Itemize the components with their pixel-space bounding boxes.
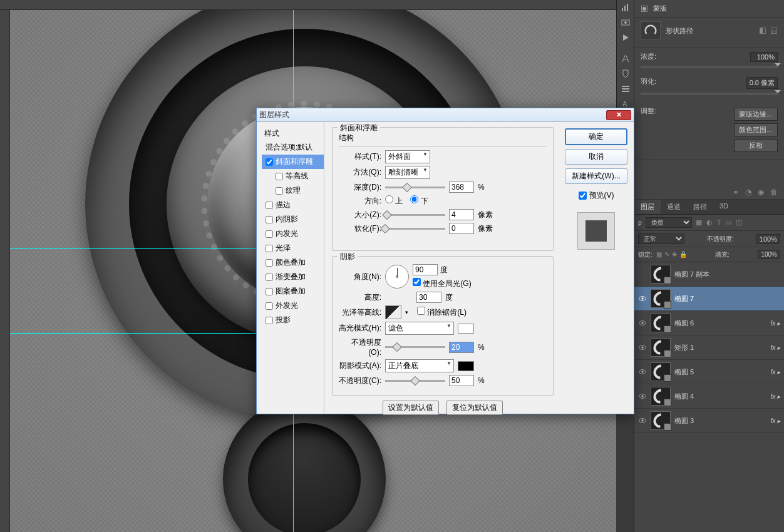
- reset-default-button[interactable]: 复位为默认值: [446, 401, 503, 415]
- style-item-5[interactable]: 内发光: [262, 227, 324, 241]
- shadow-opacity-slider[interactable]: [385, 380, 445, 382]
- soften-input[interactable]: [449, 223, 474, 234]
- fx-badge[interactable]: fx ▸: [770, 417, 780, 424]
- trash-icon[interactable]: 🗑: [770, 188, 778, 197]
- size-input[interactable]: [449, 209, 474, 220]
- style-item-6[interactable]: 光泽: [262, 241, 324, 255]
- depth-input[interactable]: [449, 182, 474, 193]
- filter-pixel-icon[interactable]: ▦: [696, 218, 702, 227]
- eye-icon[interactable]: ◉: [758, 188, 764, 197]
- brush-presets-icon[interactable]: [617, 66, 634, 81]
- link-icon[interactable]: ⚭: [733, 188, 739, 197]
- layer-name[interactable]: 椭圆 7 副本: [674, 270, 709, 279]
- soften-slider[interactable]: [385, 228, 445, 230]
- feather-value[interactable]: 0.0 像素: [746, 77, 778, 89]
- style-checkbox[interactable]: [266, 230, 273, 238]
- fx-badge[interactable]: fx ▸: [770, 393, 780, 400]
- layer-thumbnail[interactable]: [651, 411, 671, 430]
- pixel-mask-icon[interactable]: [759, 27, 766, 34]
- ok-button[interactable]: 确定: [565, 128, 627, 145]
- style-checkbox[interactable]: [266, 317, 273, 324]
- style-checkbox[interactable]: [276, 187, 283, 195]
- global-light-checkbox[interactable]: 使用全局光(G): [413, 278, 472, 289]
- layer-row[interactable]: 椭圆 7: [634, 287, 784, 311]
- style-item-7[interactable]: 颜色叠加: [262, 255, 324, 270]
- brushes-icon[interactable]: [617, 51, 634, 66]
- layer-row[interactable]: 椭圆 6fx ▸: [634, 311, 784, 335]
- visibility-icon[interactable]: [638, 270, 647, 279]
- fx-badge[interactable]: fx ▸: [770, 320, 780, 327]
- ruler-horizontal[interactable]: [0, 0, 616, 10]
- style-item-11[interactable]: 投影: [262, 313, 324, 327]
- layer-thumbnail[interactable]: [651, 387, 671, 406]
- filter-adjust-icon[interactable]: ◐: [706, 218, 713, 227]
- shadow-opacity-input[interactable]: [449, 375, 474, 386]
- antialias-checkbox[interactable]: 消除锯齿(L): [417, 307, 467, 318]
- shadow-color-swatch[interactable]: [458, 361, 474, 371]
- invert-button[interactable]: 反相: [734, 139, 778, 152]
- angle-input[interactable]: [413, 264, 438, 275]
- style-item-3[interactable]: 描边: [262, 198, 324, 212]
- altitude-input[interactable]: [416, 292, 441, 303]
- gloss-contour-swatch[interactable]: [385, 305, 401, 319]
- angle-dial[interactable]: [385, 265, 409, 289]
- style-item-4[interactable]: 内阴影: [262, 212, 324, 227]
- layer-row[interactable]: 椭圆 4fx ▸: [634, 384, 784, 409]
- histogram-icon[interactable]: [617, 0, 634, 15]
- filter-select[interactable]: 类型: [646, 217, 692, 228]
- density-slider[interactable]: [641, 66, 778, 68]
- style-item-8[interactable]: 渐变叠加: [262, 270, 324, 284]
- layer-thumbnail[interactable]: [651, 338, 671, 357]
- feather-slider[interactable]: [641, 93, 778, 95]
- style-item-9[interactable]: 图案叠加: [262, 284, 324, 299]
- filter-type-icon[interactable]: T: [717, 218, 721, 227]
- vector-mask-icon[interactable]: [770, 27, 778, 34]
- style-checkbox[interactable]: [266, 216, 273, 223]
- layer-name[interactable]: 椭圆 4: [674, 392, 694, 401]
- lock-transparency-icon[interactable]: ▦: [656, 251, 662, 258]
- layer-row[interactable]: 椭圆 3fx ▸: [634, 409, 784, 433]
- tab-3d[interactable]: 3D: [713, 200, 735, 214]
- set-default-button[interactable]: 设置为默认值: [383, 401, 439, 415]
- technique-select[interactable]: 雕刻清晰: [385, 166, 430, 179]
- visibility-icon[interactable]: [638, 367, 647, 376]
- direction-up-radio[interactable]: 上: [385, 195, 403, 207]
- layer-row[interactable]: 矩形 1fx ▸: [634, 335, 784, 360]
- lock-brush-icon[interactable]: ✎: [664, 251, 669, 258]
- close-button[interactable]: ✕: [606, 110, 631, 120]
- highlight-opacity-input[interactable]: [449, 342, 474, 353]
- layer-name[interactable]: 椭圆 7: [674, 294, 694, 304]
- layer-thumbnail[interactable]: [651, 314, 671, 332]
- layer-thumbnail[interactable]: [651, 362, 671, 381]
- style-item-10[interactable]: 外发光: [262, 299, 324, 313]
- tab-layers[interactable]: 图层: [634, 200, 661, 214]
- layer-name[interactable]: 椭圆 5: [674, 367, 694, 377]
- tab-channels[interactable]: 通道: [661, 200, 687, 214]
- style-checkbox[interactable]: [266, 245, 273, 252]
- style-checkbox[interactable]: [266, 202, 273, 209]
- lock-position-icon[interactable]: ✥: [672, 251, 677, 258]
- layers-list[interactable]: 椭圆 7 副本椭圆 7椭圆 6fx ▸矩形 1fx ▸椭圆 5fx ▸椭圆 4f…: [634, 262, 784, 433]
- visibility-icon[interactable]: [638, 392, 647, 401]
- visibility-icon[interactable]: [638, 319, 647, 327]
- tab-paths[interactable]: 路径: [687, 200, 713, 214]
- visibility-icon[interactable]: [638, 294, 647, 303]
- direction-down-radio[interactable]: 下: [410, 195, 428, 207]
- style-select[interactable]: 外斜面: [385, 150, 430, 163]
- layer-thumbnail[interactable]: [651, 265, 671, 284]
- blend-mode-select[interactable]: 正常: [638, 233, 684, 244]
- density-value[interactable]: 100%: [750, 52, 778, 62]
- style-item-2[interactable]: 纹理: [262, 183, 324, 198]
- fx-badge[interactable]: fx ▸: [770, 369, 780, 376]
- fx-badge[interactable]: fx ▸: [770, 344, 780, 351]
- styles-header[interactable]: 样式: [262, 127, 324, 140]
- fill-value[interactable]: 100%: [758, 250, 780, 259]
- blending-options-item[interactable]: 混合选项:默认: [262, 140, 324, 155]
- color-range-button[interactable]: 颜色范围...: [734, 123, 778, 136]
- opacity-value[interactable]: 100%: [756, 234, 780, 244]
- layer-row[interactable]: 椭圆 5fx ▸: [634, 360, 784, 384]
- layer-row[interactable]: 椭圆 7 副本: [634, 262, 784, 287]
- highlight-opacity-slider[interactable]: [385, 346, 445, 348]
- navigator-icon[interactable]: [617, 15, 634, 30]
- visibility-icon[interactable]: [638, 343, 647, 352]
